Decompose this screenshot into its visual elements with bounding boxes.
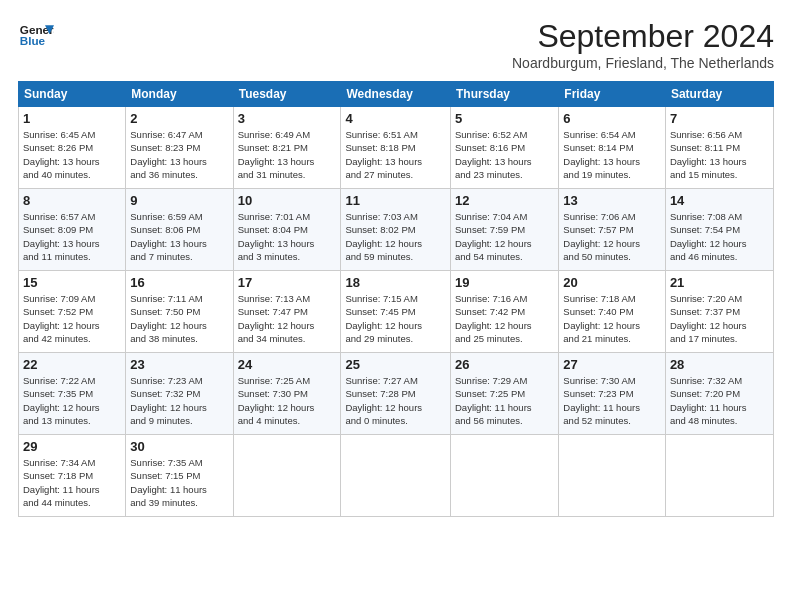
day-cell-15: 15Sunrise: 7:09 AM Sunset: 7:52 PM Dayli… xyxy=(19,271,126,353)
day-detail: Sunrise: 7:35 AM Sunset: 7:15 PM Dayligh… xyxy=(130,456,228,509)
day-cell-10: 10Sunrise: 7:01 AM Sunset: 8:04 PM Dayli… xyxy=(233,189,341,271)
day-detail: Sunrise: 6:59 AM Sunset: 8:06 PM Dayligh… xyxy=(130,210,228,263)
day-cell-19: 19Sunrise: 7:16 AM Sunset: 7:42 PM Dayli… xyxy=(451,271,559,353)
day-number: 10 xyxy=(238,193,337,208)
day-detail: Sunrise: 6:57 AM Sunset: 8:09 PM Dayligh… xyxy=(23,210,121,263)
day-detail: Sunrise: 7:18 AM Sunset: 7:40 PM Dayligh… xyxy=(563,292,661,345)
day-number: 12 xyxy=(455,193,554,208)
day-number: 27 xyxy=(563,357,661,372)
day-number: 4 xyxy=(345,111,446,126)
logo-icon: General Blue xyxy=(18,18,54,54)
day-number: 11 xyxy=(345,193,446,208)
day-detail: Sunrise: 7:08 AM Sunset: 7:54 PM Dayligh… xyxy=(670,210,769,263)
day-number: 24 xyxy=(238,357,337,372)
day-cell-23: 23Sunrise: 7:23 AM Sunset: 7:32 PM Dayli… xyxy=(126,353,233,435)
calendar-week-2: 8Sunrise: 6:57 AM Sunset: 8:09 PM Daylig… xyxy=(19,189,774,271)
page-header: General Blue September 2024 Noardburgum,… xyxy=(18,18,774,71)
day-cell-1: 1Sunrise: 6:45 AM Sunset: 8:26 PM Daylig… xyxy=(19,107,126,189)
day-cell-6: 6Sunrise: 6:54 AM Sunset: 8:14 PM Daylig… xyxy=(559,107,666,189)
day-number: 15 xyxy=(23,275,121,290)
calendar-week-3: 15Sunrise: 7:09 AM Sunset: 7:52 PM Dayli… xyxy=(19,271,774,353)
day-cell-5: 5Sunrise: 6:52 AM Sunset: 8:16 PM Daylig… xyxy=(451,107,559,189)
day-detail: Sunrise: 6:51 AM Sunset: 8:18 PM Dayligh… xyxy=(345,128,446,181)
weekday-header-row: SundayMondayTuesdayWednesdayThursdayFrid… xyxy=(19,82,774,107)
day-cell-22: 22Sunrise: 7:22 AM Sunset: 7:35 PM Dayli… xyxy=(19,353,126,435)
day-detail: Sunrise: 7:22 AM Sunset: 7:35 PM Dayligh… xyxy=(23,374,121,427)
day-number: 6 xyxy=(563,111,661,126)
day-detail: Sunrise: 7:06 AM Sunset: 7:57 PM Dayligh… xyxy=(563,210,661,263)
day-cell-20: 20Sunrise: 7:18 AM Sunset: 7:40 PM Dayli… xyxy=(559,271,666,353)
day-detail: Sunrise: 7:23 AM Sunset: 7:32 PM Dayligh… xyxy=(130,374,228,427)
weekday-header-tuesday: Tuesday xyxy=(233,82,341,107)
day-cell-14: 14Sunrise: 7:08 AM Sunset: 7:54 PM Dayli… xyxy=(665,189,773,271)
day-number: 25 xyxy=(345,357,446,372)
weekday-header-saturday: Saturday xyxy=(665,82,773,107)
day-number: 23 xyxy=(130,357,228,372)
day-cell-30: 30Sunrise: 7:35 AM Sunset: 7:15 PM Dayli… xyxy=(126,435,233,517)
day-cell-26: 26Sunrise: 7:29 AM Sunset: 7:25 PM Dayli… xyxy=(451,353,559,435)
day-detail: Sunrise: 6:47 AM Sunset: 8:23 PM Dayligh… xyxy=(130,128,228,181)
location: Noardburgum, Friesland, The Netherlands xyxy=(512,55,774,71)
day-detail: Sunrise: 7:13 AM Sunset: 7:47 PM Dayligh… xyxy=(238,292,337,345)
day-number: 5 xyxy=(455,111,554,126)
day-number: 1 xyxy=(23,111,121,126)
day-number: 13 xyxy=(563,193,661,208)
title-block: September 2024 Noardburgum, Friesland, T… xyxy=(512,18,774,71)
day-detail: Sunrise: 7:15 AM Sunset: 7:45 PM Dayligh… xyxy=(345,292,446,345)
day-cell-11: 11Sunrise: 7:03 AM Sunset: 8:02 PM Dayli… xyxy=(341,189,451,271)
day-number: 26 xyxy=(455,357,554,372)
empty-cell xyxy=(233,435,341,517)
weekday-header-friday: Friday xyxy=(559,82,666,107)
day-cell-18: 18Sunrise: 7:15 AM Sunset: 7:45 PM Dayli… xyxy=(341,271,451,353)
day-cell-25: 25Sunrise: 7:27 AM Sunset: 7:28 PM Dayli… xyxy=(341,353,451,435)
day-number: 9 xyxy=(130,193,228,208)
day-cell-12: 12Sunrise: 7:04 AM Sunset: 7:59 PM Dayli… xyxy=(451,189,559,271)
calendar-week-1: 1Sunrise: 6:45 AM Sunset: 8:26 PM Daylig… xyxy=(19,107,774,189)
day-detail: Sunrise: 6:54 AM Sunset: 8:14 PM Dayligh… xyxy=(563,128,661,181)
day-detail: Sunrise: 7:27 AM Sunset: 7:28 PM Dayligh… xyxy=(345,374,446,427)
logo: General Blue xyxy=(18,18,54,54)
day-detail: Sunrise: 6:56 AM Sunset: 8:11 PM Dayligh… xyxy=(670,128,769,181)
day-detail: Sunrise: 6:45 AM Sunset: 8:26 PM Dayligh… xyxy=(23,128,121,181)
day-detail: Sunrise: 7:34 AM Sunset: 7:18 PM Dayligh… xyxy=(23,456,121,509)
day-number: 18 xyxy=(345,275,446,290)
day-detail: Sunrise: 7:32 AM Sunset: 7:20 PM Dayligh… xyxy=(670,374,769,427)
day-number: 22 xyxy=(23,357,121,372)
day-number: 14 xyxy=(670,193,769,208)
day-detail: Sunrise: 7:25 AM Sunset: 7:30 PM Dayligh… xyxy=(238,374,337,427)
day-number: 20 xyxy=(563,275,661,290)
empty-cell xyxy=(665,435,773,517)
weekday-header-thursday: Thursday xyxy=(451,82,559,107)
weekday-header-wednesday: Wednesday xyxy=(341,82,451,107)
empty-cell xyxy=(341,435,451,517)
day-cell-29: 29Sunrise: 7:34 AM Sunset: 7:18 PM Dayli… xyxy=(19,435,126,517)
day-number: 21 xyxy=(670,275,769,290)
day-cell-27: 27Sunrise: 7:30 AM Sunset: 7:23 PM Dayli… xyxy=(559,353,666,435)
day-number: 19 xyxy=(455,275,554,290)
day-detail: Sunrise: 7:30 AM Sunset: 7:23 PM Dayligh… xyxy=(563,374,661,427)
calendar-week-4: 22Sunrise: 7:22 AM Sunset: 7:35 PM Dayli… xyxy=(19,353,774,435)
day-detail: Sunrise: 7:20 AM Sunset: 7:37 PM Dayligh… xyxy=(670,292,769,345)
day-cell-21: 21Sunrise: 7:20 AM Sunset: 7:37 PM Dayli… xyxy=(665,271,773,353)
day-cell-17: 17Sunrise: 7:13 AM Sunset: 7:47 PM Dayli… xyxy=(233,271,341,353)
day-detail: Sunrise: 6:52 AM Sunset: 8:16 PM Dayligh… xyxy=(455,128,554,181)
day-number: 3 xyxy=(238,111,337,126)
day-number: 30 xyxy=(130,439,228,454)
day-cell-8: 8Sunrise: 6:57 AM Sunset: 8:09 PM Daylig… xyxy=(19,189,126,271)
day-cell-28: 28Sunrise: 7:32 AM Sunset: 7:20 PM Dayli… xyxy=(665,353,773,435)
day-number: 8 xyxy=(23,193,121,208)
day-number: 2 xyxy=(130,111,228,126)
weekday-header-sunday: Sunday xyxy=(19,82,126,107)
day-cell-13: 13Sunrise: 7:06 AM Sunset: 7:57 PM Dayli… xyxy=(559,189,666,271)
day-detail: Sunrise: 7:11 AM Sunset: 7:50 PM Dayligh… xyxy=(130,292,228,345)
day-cell-2: 2Sunrise: 6:47 AM Sunset: 8:23 PM Daylig… xyxy=(126,107,233,189)
day-detail: Sunrise: 7:04 AM Sunset: 7:59 PM Dayligh… xyxy=(455,210,554,263)
day-cell-7: 7Sunrise: 6:56 AM Sunset: 8:11 PM Daylig… xyxy=(665,107,773,189)
svg-text:Blue: Blue xyxy=(20,34,46,47)
day-detail: Sunrise: 7:29 AM Sunset: 7:25 PM Dayligh… xyxy=(455,374,554,427)
empty-cell xyxy=(559,435,666,517)
calendar-week-5: 29Sunrise: 7:34 AM Sunset: 7:18 PM Dayli… xyxy=(19,435,774,517)
day-detail: Sunrise: 7:16 AM Sunset: 7:42 PM Dayligh… xyxy=(455,292,554,345)
day-detail: Sunrise: 7:09 AM Sunset: 7:52 PM Dayligh… xyxy=(23,292,121,345)
day-detail: Sunrise: 7:03 AM Sunset: 8:02 PM Dayligh… xyxy=(345,210,446,263)
